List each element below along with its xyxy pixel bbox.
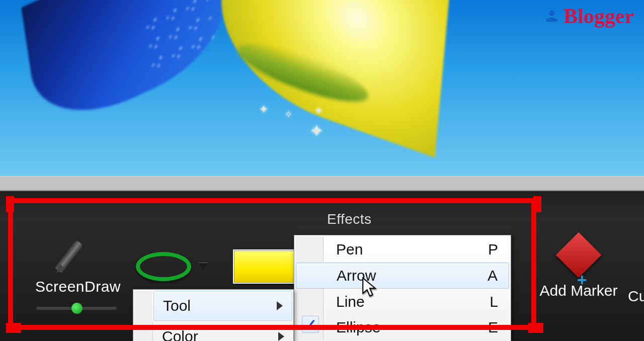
submenu-item-label: Line [336, 293, 365, 310]
checkmark-icon: ✓ [302, 316, 319, 333]
tool-submenu: Pen P Arrow A Line L ✓ Ellipse E [294, 235, 511, 341]
brand-text: Blogger [564, 4, 634, 28]
person-icon [543, 8, 560, 25]
color-swatch-button[interactable] [234, 250, 294, 283]
submenu-item-line[interactable]: Line L [296, 289, 509, 314]
submenu-item-shortcut: A [488, 267, 498, 284]
sparkle-icon: ✦ [259, 103, 268, 116]
submenu-item-shortcut: L [490, 293, 498, 310]
submenu-item-label: Ellipse [336, 319, 380, 336]
marker-icon [556, 232, 602, 278]
windows-flag-blue-segment [21, 0, 230, 141]
sparkle-icon: ✧ [284, 108, 293, 120]
submenu-item-arrow[interactable]: Arrow A [296, 263, 509, 289]
window-chrome-strip [0, 176, 644, 191]
screendraw-button[interactable]: ScreenDraw [33, 234, 123, 295]
submenu-item-label: Arrow [337, 267, 376, 284]
annotation-handle [6, 323, 21, 333]
desktop-wallpaper: ✦ ✦ ✧ ✦ Blogger [0, 0, 644, 176]
submenu-item-pen[interactable]: Pen P [296, 237, 509, 262]
annotation-handle [6, 196, 14, 212]
context-menu-item-tool[interactable]: Tool [153, 291, 292, 321]
pen-icon [50, 234, 106, 269]
context-menu-item-color[interactable]: Color [152, 322, 293, 341]
context-menu-item-label: Color [162, 328, 198, 341]
windows-flag-yellow-segment [214, 0, 450, 157]
sparkle-icon: ✦ [314, 105, 323, 117]
effects-toolbar: Effects ScreenDraw Pen P Arrow A Line L … [0, 191, 644, 341]
submenu-item-label: Pen [336, 241, 363, 258]
submenu-arrow-icon [277, 301, 283, 310]
submenu-arrow-icon [278, 332, 284, 341]
shape-context-menu: Tool Color [133, 289, 294, 341]
screendraw-slider[interactable] [36, 307, 117, 310]
add-marker-button[interactable]: Add Marker [528, 239, 629, 299]
truncated-button[interactable]: Cu [628, 288, 644, 305]
shape-picker-button[interactable] [136, 249, 221, 284]
submenu-item-ellipse[interactable]: ✓ Ellipse E [296, 315, 509, 340]
context-menu-item-label: Tool [163, 297, 191, 314]
annotation-handle [533, 196, 541, 212]
screendraw-label: ScreenDraw [33, 278, 123, 295]
submenu-item-shortcut: E [488, 319, 498, 336]
dropdown-caret-icon [198, 263, 208, 270]
toolbar-section-title: Effects [327, 196, 372, 227]
sparkle-icon: ✦ [309, 121, 324, 141]
blogger-watermark: Blogger [543, 4, 634, 28]
submenu-item-shortcut: P [488, 241, 498, 258]
truncated-label: Cu [628, 288, 644, 304]
ellipse-icon [136, 252, 191, 281]
annotation-handle [528, 323, 543, 333]
